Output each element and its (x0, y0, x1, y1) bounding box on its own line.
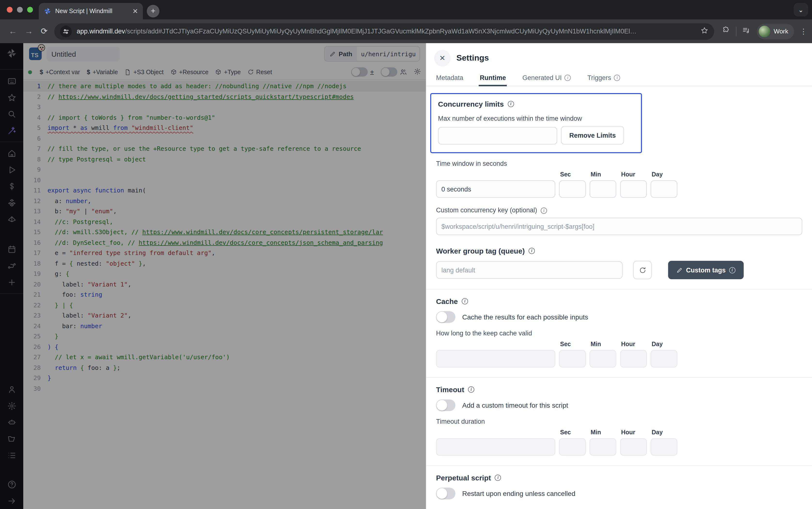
code-line[interactable]: 10 (23, 175, 426, 185)
flows-icon[interactable] (3, 258, 20, 274)
search-icon[interactable] (3, 106, 20, 122)
code-line[interactable]: 17 e = "inferred type string from defaul… (23, 248, 426, 258)
info-icon[interactable]: i (468, 386, 474, 393)
window-controls[interactable] (7, 7, 33, 12)
reload-icon[interactable]: ⟳ (41, 26, 48, 36)
close-tab-icon[interactable]: ✕ (133, 8, 138, 14)
add-s3-object-button[interactable]: +S3 Object (125, 69, 163, 75)
cache-toggle[interactable] (436, 311, 455, 323)
code-line[interactable]: 12 a: number, (23, 196, 426, 206)
reset-button[interactable]: Reset (248, 69, 272, 75)
code-line[interactable]: 22 } | { (23, 300, 426, 310)
forward-icon[interactable]: → (25, 26, 33, 36)
logs-icon[interactable] (3, 447, 20, 464)
collab-toggle[interactable] (381, 67, 407, 77)
new-tab-button[interactable]: + (147, 5, 159, 18)
code-line[interactable]: 9 (23, 164, 426, 175)
add-type-button[interactable]: +Type (215, 69, 241, 75)
toggle[interactable] (381, 67, 397, 77)
time-window-day-input[interactable] (651, 180, 677, 198)
extensions-icon[interactable] (722, 26, 730, 36)
code-line[interactable]: 6 (23, 133, 426, 143)
cache-hour-input[interactable] (620, 350, 647, 368)
help-icon[interactable] (3, 476, 20, 493)
code-line[interactable]: 23 label: "Variant 2", (23, 310, 426, 321)
code-line[interactable]: 24 bar: number (23, 321, 426, 331)
site-settings-icon[interactable] (60, 26, 72, 37)
code-line[interactable]: 19 g: { (23, 269, 426, 279)
code-line[interactable]: 5import * as wmill from "windmill-client… (23, 123, 426, 133)
remove-limits-button[interactable]: Remove Limits (561, 126, 624, 144)
minimize-window-button[interactable] (17, 7, 23, 12)
code-line[interactable]: 29} (23, 373, 426, 383)
add-resource-button[interactable]: +Resource (170, 69, 209, 75)
code-line[interactable]: 28 return { foo: a }; (23, 362, 426, 373)
time-window-min-input[interactable] (590, 180, 616, 198)
schedules-icon[interactable] (3, 241, 20, 258)
favorites-icon[interactable] (3, 89, 20, 106)
users-icon[interactable] (3, 381, 20, 398)
code-line[interactable]: 1// there are multiple modes to add as h… (23, 81, 426, 91)
address-bar[interactable]: app.windmill.dev/scripts/add#JTdCJTIyaGF… (54, 23, 714, 39)
max-executions-input[interactable] (438, 127, 557, 144)
editor-settings-gear-icon[interactable] (414, 68, 421, 76)
code-line[interactable]: 8// type Postgresql = object (23, 154, 426, 164)
triggers-icon[interactable] (3, 211, 20, 227)
timeout-duration-input[interactable] (436, 438, 555, 456)
code-line[interactable]: 20 label: "Variant 1", (23, 279, 426, 290)
bookmark-star-icon[interactable] (701, 26, 708, 36)
code-line[interactable]: 25 } (23, 331, 426, 341)
worker-group-input[interactable] (436, 261, 623, 279)
time-window-input[interactable] (436, 180, 555, 198)
tab-triggers[interactable]: Triggersi (587, 71, 621, 86)
code-line[interactable]: 13 b: "my" | "enum", (23, 206, 426, 216)
cache-min-input[interactable] (590, 350, 616, 368)
info-icon[interactable]: i (541, 207, 547, 214)
settings-icon[interactable] (3, 398, 20, 414)
info-icon[interactable]: i (495, 475, 501, 481)
time-window-hour-input[interactable] (620, 180, 647, 198)
resources-icon[interactable] (3, 194, 20, 211)
tab-search-chevron-icon[interactable]: ⌄ (793, 3, 808, 16)
home-icon[interactable] (3, 145, 20, 162)
tab-generated-ui[interactable]: Generated UIi (522, 71, 572, 86)
code-line[interactable]: 27 // let x = await wmill.getVariable('u… (23, 352, 426, 362)
media-controls-icon[interactable] (742, 26, 751, 37)
workers-icon[interactable] (3, 414, 20, 431)
cache-day-input[interactable] (651, 350, 677, 368)
info-icon[interactable]: i (528, 248, 535, 254)
time-window-sec-input[interactable] (559, 180, 586, 198)
cache-duration-input[interactable] (436, 350, 555, 368)
timeout-sec-input[interactable] (559, 438, 586, 456)
cache-sec-input[interactable] (559, 350, 586, 368)
toggle[interactable] (351, 67, 368, 77)
timeout-hour-input[interactable] (620, 438, 647, 456)
code-line[interactable]: 16 //d: DynSelect_foo, // https://www.wi… (23, 237, 426, 248)
ai-wand-icon[interactable] (3, 122, 20, 139)
code-line[interactable]: 11export async function main( (23, 185, 426, 196)
add-context-var-button[interactable]: $+Context var (40, 69, 80, 75)
close-window-button[interactable] (7, 7, 12, 12)
info-icon[interactable]: i (508, 101, 514, 107)
close-settings-button[interactable]: ✕ (434, 50, 451, 66)
code-line[interactable]: 18 f = { nested: "object" }, (23, 258, 426, 269)
browser-tab[interactable]: New Script | Windmill ✕ (39, 3, 143, 20)
variables-icon[interactable] (3, 178, 20, 194)
runs-icon[interactable] (3, 162, 20, 178)
folders-icon[interactable] (3, 431, 20, 447)
perpetual-toggle[interactable] (436, 488, 455, 499)
maximize-window-button[interactable] (27, 7, 33, 12)
code-line[interactable]: 15 //d: wmill.S3Object, // https://www.w… (23, 227, 426, 237)
code-line[interactable]: 7// fill the type, or use the +Resource … (23, 143, 426, 154)
tab-metadata[interactable]: Metadata (435, 71, 465, 86)
browser-profile[interactable]: Work (757, 24, 794, 39)
back-icon[interactable]: ← (9, 26, 17, 36)
custom-tags-button[interactable]: Custom tags i (668, 261, 744, 279)
code-line[interactable]: 30 (23, 383, 426, 394)
timeout-toggle[interactable] (436, 400, 455, 411)
code-line[interactable]: 4// import { toWords } from "number-to-w… (23, 112, 426, 123)
tab-runtime[interactable]: Runtime (479, 71, 507, 86)
code-line[interactable]: 21 foo: string (23, 290, 426, 300)
custom-concurrency-key-input[interactable] (436, 218, 802, 235)
code-line[interactable]: 14 //c: Postgresql, (23, 216, 426, 227)
